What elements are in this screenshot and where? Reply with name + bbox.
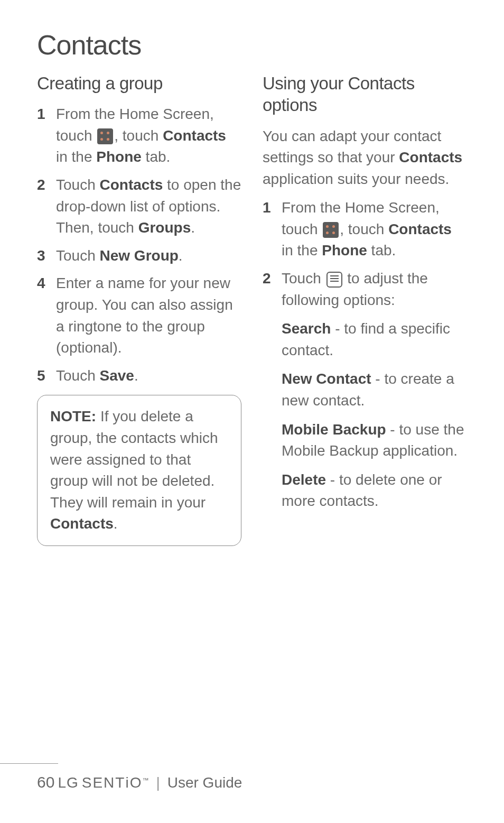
- step-5: Touch Save.: [37, 365, 241, 387]
- sentio-brand: SENTiO™: [82, 774, 149, 791]
- page-title: Contacts: [37, 29, 467, 61]
- using-contacts-steps: From the Home Screen, touch , touch Cont…: [263, 197, 467, 512]
- delete-label: Delete: [282, 471, 326, 488]
- footer-separator: |: [156, 774, 160, 791]
- step-text: tab.: [142, 149, 170, 165]
- new-contact-label: New Contact: [282, 371, 371, 387]
- step-4: Enter a name for your new group. You can…: [37, 273, 241, 358]
- sentio-post: O: [130, 774, 143, 791]
- step-text: , touch: [340, 221, 388, 237]
- sentio-pre: SENT: [82, 774, 126, 791]
- step-3: Touch New Group.: [37, 245, 241, 267]
- contacts-label: Contacts: [50, 515, 114, 532]
- using-contacts-heading: Using your Contacts options: [263, 72, 467, 116]
- sentio-i: i: [125, 774, 129, 791]
- phone-label: Phone: [96, 149, 142, 165]
- right-column: Using your Contacts options You can adap…: [263, 72, 467, 546]
- contacts-label: Contacts: [388, 221, 452, 237]
- apps-icon: [323, 222, 339, 238]
- new-group-label: New Group: [100, 247, 179, 264]
- step-text: .: [134, 367, 138, 384]
- step-text: Touch: [56, 367, 100, 384]
- step-text: , touch: [114, 127, 163, 144]
- creating-group-heading: Creating a group: [37, 72, 241, 94]
- intro-post: application suits your needs.: [263, 171, 449, 187]
- menu-icon: [326, 272, 342, 288]
- note-box: NOTE: If you delete a group, the contact…: [37, 395, 241, 546]
- save-label: Save: [100, 367, 134, 384]
- step-text: .: [191, 219, 195, 236]
- step-1: From the Home Screen, touch , touch Cont…: [263, 197, 467, 262]
- step-1: From the Home Screen, touch , touch Cont…: [37, 104, 241, 168]
- intro-text: You can adapt your contact settings so t…: [263, 126, 467, 190]
- step-text: Touch: [56, 177, 100, 193]
- step-text: Enter a name for your new group. You can…: [56, 275, 233, 356]
- step-text: in the: [282, 242, 322, 258]
- contacts-label: Contacts: [163, 127, 226, 144]
- option-new-contact: New Contact - to create a new contact.: [282, 368, 467, 411]
- apps-icon: [97, 128, 113, 144]
- mobile-backup-label: Mobile Backup: [282, 421, 386, 438]
- contacts-label: Contacts: [399, 149, 462, 165]
- step-text: in the: [56, 149, 96, 165]
- option-delete: Delete - to delete one or more contacts.: [282, 469, 467, 512]
- option-mobile-backup: Mobile Backup - to use the Mobile Backup…: [282, 419, 467, 462]
- step-text: tab.: [367, 242, 396, 258]
- tm-mark: ™: [142, 776, 148, 784]
- note-label: NOTE:: [50, 408, 96, 424]
- option-search: Search - to find a specific contact.: [282, 318, 467, 361]
- search-label: Search: [282, 320, 331, 337]
- step-2: Touch Contacts to open the drop-down lis…: [37, 174, 241, 239]
- page-number: 60: [37, 773, 54, 791]
- doc-title: User Guide: [167, 774, 242, 791]
- creating-group-steps: From the Home Screen, touch , touch Cont…: [37, 104, 241, 386]
- step-text: .: [179, 247, 183, 264]
- left-column: Creating a group From the Home Screen, t…: [37, 72, 241, 546]
- content-columns: Creating a group From the Home Screen, t…: [37, 72, 467, 546]
- contacts-label: Contacts: [100, 177, 163, 193]
- lg-logo: LG: [58, 774, 78, 791]
- note-text: .: [114, 515, 118, 532]
- step-text: Touch: [282, 270, 325, 286]
- step-2: Touch to adjust the following options: S…: [263, 268, 467, 512]
- groups-label: Groups: [138, 219, 191, 236]
- phone-label: Phone: [322, 242, 367, 258]
- step-text: Touch: [56, 247, 100, 264]
- page-footer: 60 LG SENTiO™ | User Guide: [37, 773, 467, 791]
- footer-divider: [0, 763, 58, 764]
